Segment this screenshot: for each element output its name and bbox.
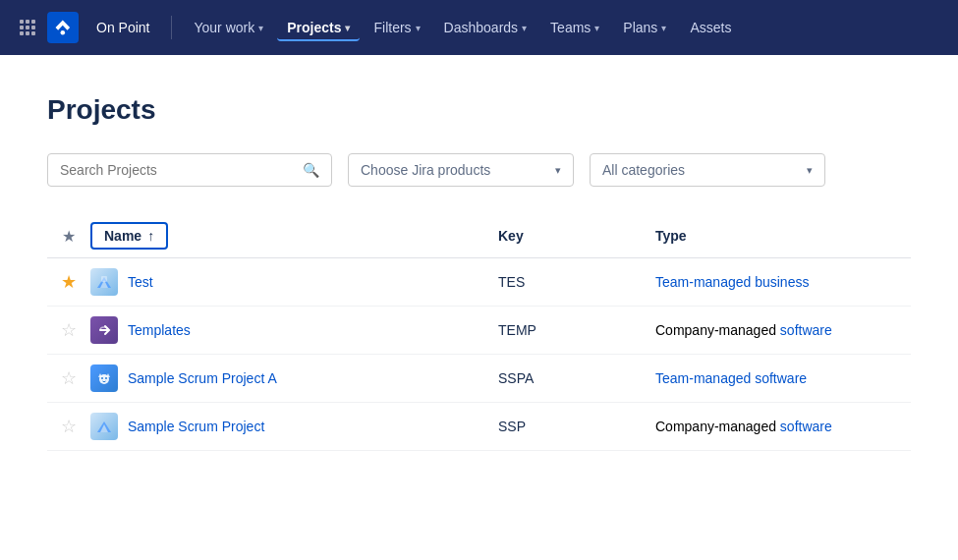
- nav-item-plans[interactable]: Plans ▾: [613, 14, 676, 41]
- type-cell: Team-managed business: [655, 274, 911, 290]
- key-cell: SSPA: [498, 370, 655, 386]
- chevron-down-icon: ▾: [594, 23, 599, 33]
- nav-item-assets[interactable]: Assets: [680, 14, 741, 41]
- sort-by-name-button[interactable]: Name ↑: [90, 222, 168, 250]
- nav-divider: [171, 16, 172, 39]
- search-icon: 🔍: [303, 162, 319, 178]
- project-icon: [90, 413, 118, 440]
- type-cell: Team-managed software: [655, 370, 911, 386]
- star-filled-icon[interactable]: ★: [61, 271, 77, 293]
- table-row: ★ Test TES Team-managed business: [47, 258, 911, 307]
- projects-table: ★ Name ↑ Key Type ★ Test TES Team-manage…: [47, 214, 911, 451]
- svg-rect-8: [31, 31, 35, 35]
- project-name-link[interactable]: Test: [128, 274, 153, 290]
- type-label: Team-managed business: [655, 274, 809, 290]
- name-cell: Templates: [90, 316, 498, 344]
- chevron-down-icon: ▾: [807, 164, 813, 177]
- nav-brand: On Point: [86, 14, 159, 41]
- svg-rect-5: [31, 26, 35, 29]
- star-cell[interactable]: ☆: [47, 319, 90, 341]
- table-row: ☆ Sample Scrum Project A SSPA Team-manag…: [47, 355, 911, 403]
- grid-menu-icon[interactable]: [12, 12, 43, 43]
- main-content: Projects 🔍 Choose Jira products ▾ All ca…: [0, 55, 958, 490]
- star-col-header: ★: [47, 227, 90, 246]
- star-header-icon: ★: [62, 227, 76, 246]
- search-box[interactable]: 🔍: [47, 153, 332, 187]
- project-icon: [90, 316, 118, 344]
- name-cell: Sample Scrum Project A: [90, 364, 498, 392]
- chevron-down-icon: ▾: [555, 164, 561, 177]
- project-icon: [90, 364, 118, 392]
- search-input[interactable]: [60, 162, 295, 178]
- project-name-link[interactable]: Templates: [128, 322, 191, 338]
- nav-item-teams[interactable]: Teams ▾: [540, 14, 609, 41]
- jira-products-dropdown[interactable]: Choose Jira products ▾: [348, 153, 574, 187]
- star-empty-icon[interactable]: ☆: [61, 319, 77, 341]
- key-cell: TEMP: [498, 322, 655, 338]
- nav-item-projects[interactable]: Projects ▾: [277, 14, 360, 41]
- svg-point-9: [61, 30, 66, 35]
- svg-point-14: [101, 377, 103, 379]
- chevron-down-icon: ▾: [661, 23, 666, 33]
- type-cell: Company-managed software: [655, 322, 911, 338]
- type-col-header: Type: [655, 228, 911, 244]
- nav-item-filters[interactable]: Filters ▾: [364, 14, 429, 41]
- star-empty-icon[interactable]: ☆: [61, 416, 77, 437]
- chevron-down-icon: ▾: [522, 23, 527, 33]
- chevron-down-icon: ▾: [258, 23, 263, 33]
- svg-rect-0: [20, 20, 24, 24]
- nav-item-your-work[interactable]: Your work ▾: [184, 14, 273, 41]
- type-label: Team-managed software: [655, 370, 807, 386]
- svg-rect-2: [31, 20, 35, 24]
- type-label: Company-managed software: [655, 322, 832, 338]
- table-body: ★ Test TES Team-managed business ☆ Templ…: [47, 258, 911, 451]
- chevron-down-icon: ▾: [416, 23, 421, 33]
- table-header: ★ Name ↑ Key Type: [47, 214, 911, 258]
- star-cell[interactable]: ★: [47, 271, 90, 293]
- key-col-header: Key: [498, 228, 655, 244]
- project-icon: [90, 268, 118, 296]
- categories-dropdown[interactable]: All categories ▾: [590, 153, 825, 187]
- star-cell[interactable]: ☆: [47, 416, 90, 437]
- name-col-header: Name ↑: [90, 222, 498, 250]
- key-cell: SSP: [498, 419, 655, 434]
- star-cell[interactable]: ☆: [47, 367, 90, 389]
- type-cell: Company-managed software: [655, 419, 911, 434]
- table-row: ☆ Templates TEMP Company-managed softwar…: [47, 307, 911, 355]
- key-cell: TES: [498, 274, 655, 290]
- chevron-down-icon: ▾: [345, 23, 350, 33]
- table-row: ☆ Sample Scrum Project SSP Company-manag…: [47, 403, 911, 451]
- nav-item-dashboards[interactable]: Dashboards ▾: [434, 14, 537, 41]
- svg-rect-7: [26, 31, 29, 35]
- svg-point-15: [105, 377, 107, 379]
- svg-rect-4: [26, 26, 29, 29]
- navbar: On Point Your work ▾ Projects ▾ Filters …: [0, 0, 958, 55]
- project-name-link[interactable]: Sample Scrum Project: [128, 419, 264, 434]
- svg-rect-3: [20, 26, 24, 29]
- name-cell: Sample Scrum Project: [90, 413, 498, 440]
- svg-rect-1: [26, 20, 29, 24]
- jira-logo[interactable]: [47, 12, 79, 43]
- project-name-link[interactable]: Sample Scrum Project A: [128, 370, 277, 386]
- name-cell: Test: [90, 268, 498, 296]
- type-label: Company-managed software: [655, 419, 832, 434]
- svg-rect-12: [101, 276, 107, 282]
- page-title: Projects: [47, 94, 911, 126]
- svg-rect-6: [20, 31, 24, 35]
- filters-row: 🔍 Choose Jira products ▾ All categories …: [47, 153, 911, 187]
- star-empty-icon[interactable]: ☆: [61, 367, 77, 389]
